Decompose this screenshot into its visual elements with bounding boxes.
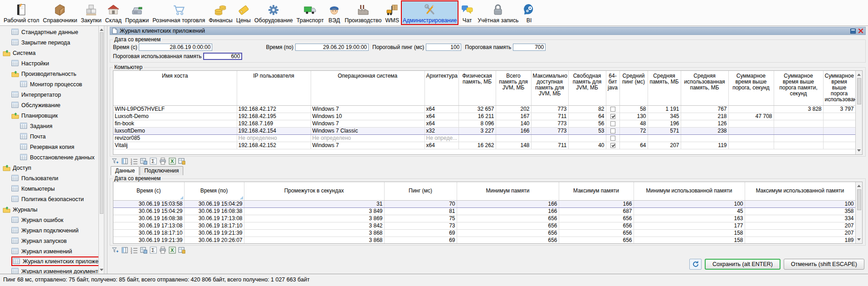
column-header-time-over-mem[interactable]: Суммарное время выше порога памяти, секу…: [774, 71, 823, 105]
tab-connections[interactable]: Подключения: [140, 166, 183, 175]
columns-icon[interactable]: [120, 158, 129, 165]
java-64bit-checkbox[interactable]: [610, 107, 615, 112]
scroll-up-icon[interactable]: [857, 72, 861, 76]
toolbar-item-retail[interactable]: Розничная торговля: [151, 0, 207, 25]
computer-row[interactable]: Vitalij192.168.42.152Windows 7x6416 2621…: [113, 142, 855, 149]
toolbar-item-purchases[interactable]: Закупки: [79, 0, 103, 25]
toolbar-item-equipment[interactable]: Оборудование: [253, 0, 295, 25]
toolbar-item-desktop[interactable]: Рабочий стол: [2, 0, 41, 25]
sidebar-item-data-restore[interactable]: Восстановление данных: [20, 152, 98, 163]
sidebar-item-tasks[interactable]: Задания: [20, 121, 98, 131]
column-header-time-over-ping[interactable]: Суммарное время выше порога, секунд: [728, 71, 774, 105]
sidebar-item-change-journal[interactable]: Журнал изменений: [11, 246, 98, 256]
scroll-down-icon[interactable]: [100, 269, 103, 273]
sidebar-item-connection-journal[interactable]: Журнал подключений: [11, 225, 98, 236]
sidebar-item-process-monitor[interactable]: Монитор процессов: [20, 79, 98, 89]
table-settings-icon[interactable]: [177, 247, 186, 254]
detail-row[interactable]: 30.06.19 16:08:3830.06.19 17:13:083 8697…: [113, 215, 855, 222]
detail-row[interactable]: 30.06.19 15:04:2930.06.19 16:08:383 8498…: [113, 207, 855, 215]
sidebar-item-settings[interactable]: Настройки: [11, 58, 98, 69]
column-header-jvm-total[interactable]: Всего память для JVM, МБ: [496, 71, 531, 105]
toolbar-item-sales[interactable]: Продажи: [123, 0, 151, 25]
column-header-avg-used-mem[interactable]: Средняя использованная память, МБ: [681, 71, 728, 105]
cancel-button[interactable]: Отменить (shift ESCAPE): [784, 259, 864, 270]
column-header-min-mem[interactable]: Минимум памяти: [457, 182, 559, 200]
computer-row[interactable]: revizor085Не определеноНе определеноНе о…: [113, 134, 855, 142]
scrollbar-thumb[interactable]: [857, 189, 861, 210]
detail-row[interactable]: 30.06.19 15:03:5830.06.19 15:04:29317016…: [113, 200, 855, 207]
computer-row[interactable]: Luxsoft-Demo192.168.42.195Windows 10x641…: [113, 113, 855, 120]
column-header-min-used-mem[interactable]: Минимум использованной памяти: [634, 182, 745, 200]
threshold-memory-input[interactable]: [513, 44, 546, 51]
detail-row[interactable]: 30.06.19 19:21:3930.06.19 20:26:073 8686…: [113, 237, 855, 244]
excel-icon[interactable]: X: [168, 158, 176, 165]
sidebar-item-closing-period[interactable]: Закрытие периода: [11, 37, 98, 48]
sidebar-item-backup[interactable]: Резервная копия: [20, 142, 98, 152]
column-header-arch[interactable]: Архитектура: [424, 71, 458, 105]
sidebar-item-system[interactable]: Система: [3, 48, 98, 58]
sidebar-item-interpreter[interactable]: Интерпретатор: [11, 89, 98, 100]
panel-splitter[interactable]: [104, 26, 107, 274]
sigma-icon[interactable]: Σ: [149, 247, 157, 254]
sidebar-item-mail[interactable]: Почта: [20, 131, 98, 142]
sidebar-item-standard-data[interactable]: Стандартные данные: [11, 27, 98, 37]
column-header-interval[interactable]: Промежуток в секундах: [244, 182, 384, 200]
toolbar-item-references[interactable]: Справочники: [41, 0, 79, 25]
computer-row[interactable]: luxsoftDemo192.168.42.154Windows 7 Class…: [113, 127, 855, 134]
print-icon[interactable]: [158, 158, 167, 165]
column-header-os[interactable]: Операционная система: [311, 71, 424, 105]
java-64bit-checkbox[interactable]: [610, 136, 615, 141]
toolbar-item-production[interactable]: Производство: [343, 0, 384, 25]
scroll-up-icon[interactable]: [857, 183, 861, 187]
column-header-ping[interactable]: Пинг (мс): [384, 182, 457, 200]
sidebar-item-document-change-journal[interactable]: Журнал изменения документов: [11, 266, 98, 274]
sidebar-item-maintenance[interactable]: Обслуживание: [11, 100, 98, 110]
toolbar-item-chat[interactable]: Чат: [458, 0, 476, 25]
java-64bit-checkbox[interactable]: [610, 121, 615, 126]
java-64bit-checkbox[interactable]: [610, 143, 615, 148]
threshold-ping-input[interactable]: [426, 44, 461, 51]
threshold-used-memory-input[interactable]: [203, 53, 242, 60]
toolbar-item-account[interactable]: Учётная запись: [476, 0, 520, 25]
sigma-icon[interactable]: Σ: [149, 158, 157, 165]
sidebar-scrollbar[interactable]: [99, 26, 104, 274]
column-header-phys-mem[interactable]: Физическая память, МБ: [458, 71, 496, 105]
maximize-icon[interactable]: [850, 29, 856, 34]
sidebar-item-client-app-journal[interactable]: Журнал клиентских приложений: [11, 256, 99, 266]
toolbar-item-bi[interactable]: BI: [521, 0, 538, 25]
toolbar-item-warehouse[interactable]: Склад: [103, 0, 123, 25]
toolbar-item-finance[interactable]: Финансы: [207, 0, 234, 25]
scroll-down-icon[interactable]: [857, 238, 861, 242]
aggregate-icon[interactable]: [139, 247, 148, 254]
column-header-jvm-free[interactable]: Свободная память для JVM, МБ: [568, 71, 606, 105]
column-header-max-used-mem[interactable]: Максимум использованной памяти: [745, 182, 855, 200]
column-header-avg-ping[interactable]: Средний пинг (мс): [619, 71, 648, 105]
column-header-avg-mem[interactable]: Средняя память, МБ: [648, 71, 681, 105]
toolbar-item-prices[interactable]: Цены: [234, 0, 253, 25]
java-64bit-checkbox[interactable]: [610, 114, 615, 119]
detail-row[interactable]: 30.06.19 17:13:0830.06.19 18:17:103 8427…: [113, 222, 855, 229]
scroll-down-icon[interactable]: [857, 149, 861, 153]
toolbar-item-customs[interactable]: ВЭД: [326, 0, 343, 25]
column-header-max-mem[interactable]: Максимум памяти: [559, 182, 634, 200]
details-table-scrollbar[interactable]: [855, 182, 862, 243]
numbering-icon[interactable]: 123: [130, 247, 138, 254]
column-header-host[interactable]: Имя хоста: [113, 71, 237, 105]
filter-icon[interactable]: [111, 247, 119, 254]
sidebar-item-scheduler[interactable]: Планировщик: [11, 110, 98, 121]
scrollbar-thumb[interactable]: [100, 32, 103, 214]
table-settings-icon[interactable]: [177, 158, 186, 165]
excel-icon[interactable]: X: [168, 247, 176, 254]
column-header-jvm-max[interactable]: Максимально доступная память для JVM, МБ: [531, 71, 568, 105]
sidebar-item-computers[interactable]: Компьютеры: [11, 183, 98, 194]
sidebar-item-access[interactable]: Доступ: [3, 163, 98, 173]
column-header-time-to[interactable]: Время (по): [184, 182, 244, 200]
detail-row[interactable]: 30.06.19 18:17:1030.06.19 19:21:393 8686…: [113, 229, 855, 237]
refresh-button[interactable]: [689, 259, 702, 270]
scrollbar-thumb[interactable]: [857, 78, 861, 104]
column-header-ip[interactable]: IP пользователя: [237, 71, 311, 105]
aggregate-icon[interactable]: [139, 158, 148, 165]
toolbar-item-wms[interactable]: WMS: [383, 0, 401, 25]
sidebar-item-security-policy[interactable]: Политика безопасности: [11, 194, 98, 204]
sidebar-item-journals[interactable]: Журналы: [3, 204, 98, 215]
